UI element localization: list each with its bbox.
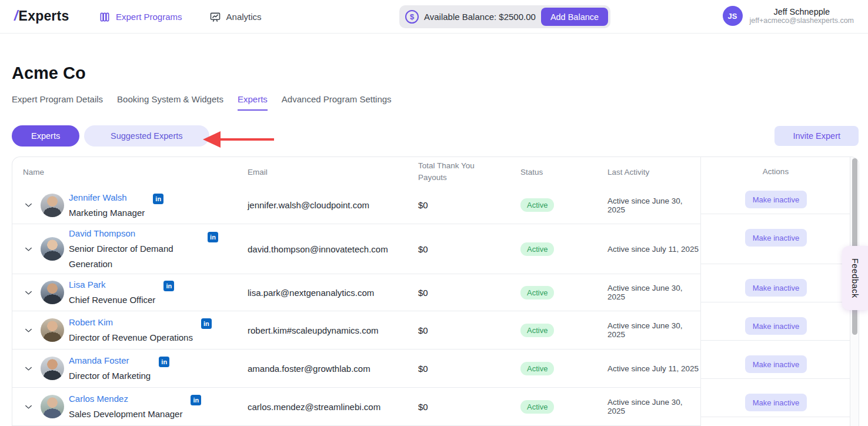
table-row: David Thompson Senior Director of Demand… xyxy=(12,224,700,274)
tab-experts[interactable]: Experts xyxy=(238,94,268,111)
nav-item-expert-programs[interactable]: Expert Programs xyxy=(99,11,182,23)
row-divider xyxy=(701,340,850,341)
suggested-experts-toggle-button[interactable]: Suggested Experts xyxy=(84,125,209,147)
expert-email: david.thompson@innovatetech.com xyxy=(248,244,418,254)
logo-slash: / xyxy=(14,8,18,24)
chevron-down-icon xyxy=(23,199,34,211)
expert-last-activity: Active since June 30, 2025 xyxy=(607,284,700,301)
expand-row-control[interactable] xyxy=(12,401,41,412)
linkedin-icon[interactable]: in xyxy=(191,395,201,405)
make-inactive-button[interactable]: Make inactive xyxy=(745,355,807,373)
linkedin-icon[interactable]: in xyxy=(159,357,169,367)
row-divider xyxy=(701,264,850,264)
experts-table: Name Email Total Thank You Payouts Statu… xyxy=(12,157,700,426)
tab-expert-program-details[interactable]: Expert Program Details xyxy=(12,94,103,111)
expert-last-activity: Active since June 30, 2025 xyxy=(607,398,700,415)
status-cell: Active xyxy=(520,362,607,375)
table-row: Lisa Park Chief Revenue Officer in lisa.… xyxy=(12,274,700,311)
user-menu[interactable]: JS Jeff Schnepple jeff+acmeco@slashexper… xyxy=(723,6,854,26)
expert-title: Marketing Manager xyxy=(69,205,145,221)
status-cell: Active xyxy=(520,286,607,299)
expert-title: Senior Director of Demand Generation xyxy=(69,241,199,272)
status-badge: Active xyxy=(520,286,554,299)
expert-person-cell: Robert Kim Director of Revenue Operation… xyxy=(41,315,248,345)
top-navigation-bar: /Experts Expert Programs xyxy=(0,0,868,34)
expert-person-cell: Lisa Park Chief Revenue Officer in xyxy=(41,277,248,308)
linkedin-icon[interactable]: in xyxy=(153,194,163,204)
column-header-actions: Actions xyxy=(701,167,850,176)
expand-row-control[interactable] xyxy=(12,199,41,211)
tab-advanced-program-settings[interactable]: Advanced Program Settings xyxy=(282,94,392,111)
expert-last-activity: Active since July 11, 2025 xyxy=(607,364,700,373)
experts-toggle-button[interactable]: Experts xyxy=(12,125,79,147)
chevron-down-icon xyxy=(23,401,34,412)
tab-booking-system-widgets[interactable]: Booking System & Widgets xyxy=(117,94,223,111)
expert-email: robert.kim#scaleupdynamics.com xyxy=(248,325,418,335)
expert-title: Director of Revenue Operations xyxy=(69,330,193,345)
row-divider xyxy=(701,378,850,379)
expert-identity: Robert Kim Director of Revenue Operation… xyxy=(69,315,193,345)
expand-row-control[interactable] xyxy=(12,244,41,255)
linkedin-icon[interactable]: in xyxy=(201,318,212,329)
column-header-name: Name xyxy=(23,168,44,177)
expand-row-control[interactable] xyxy=(12,287,41,298)
expert-name-link[interactable]: David Thompson xyxy=(69,226,199,241)
expert-avatar xyxy=(41,395,64,418)
row-divider xyxy=(701,417,850,417)
program-tabs: Expert Program Details Booking System & … xyxy=(12,94,392,111)
expert-payouts: $0 xyxy=(418,402,520,412)
make-inactive-button[interactable]: Make inactive xyxy=(745,279,807,297)
status-cell: Active xyxy=(520,324,607,337)
annotation-arrow xyxy=(203,131,274,148)
expert-person-cell: Amanda Foster Director of Marketing in xyxy=(41,353,248,384)
expert-avatar xyxy=(41,357,64,380)
add-balance-button[interactable]: Add Balance xyxy=(541,8,608,26)
table-row: Carlos Mendez Sales Development Manager … xyxy=(12,388,700,426)
expert-title: Chief Revenue Officer xyxy=(69,292,155,308)
make-inactive-button[interactable]: Make inactive xyxy=(745,229,807,247)
column-header-email: Email xyxy=(248,168,268,177)
expert-name-link[interactable]: Amanda Foster xyxy=(69,353,151,368)
chevron-down-icon xyxy=(23,363,34,374)
row-divider xyxy=(701,214,850,214)
expert-email: lisa.park@nextgenanalytics.com xyxy=(248,288,418,298)
expert-last-activity: Active since June 30, 2025 xyxy=(607,197,700,214)
expert-title: Director of Marketing xyxy=(69,368,151,384)
expert-name-link[interactable]: Lisa Park xyxy=(69,277,155,292)
presentation-chart-icon xyxy=(209,11,221,23)
expert-identity: Jennifer Walsh Marketing Manager xyxy=(69,190,145,221)
experts-app-page: /Experts Expert Programs xyxy=(0,0,868,426)
expert-name-link[interactable]: Carlos Mendez xyxy=(69,391,182,407)
expert-name-link[interactable]: Robert Kim xyxy=(69,315,193,330)
nav-label: Expert Programs xyxy=(116,12,182,22)
slashexperts-logo[interactable]: /Experts xyxy=(14,8,69,24)
expand-row-control[interactable] xyxy=(12,363,41,374)
expert-name-link[interactable]: Jennifer Walsh xyxy=(69,190,145,205)
expert-identity: David Thompson Senior Director of Demand… xyxy=(69,226,199,271)
status-badge: Active xyxy=(520,324,554,337)
linkedin-icon[interactable]: in xyxy=(163,281,174,291)
user-email: jeff+acmeco@slashexperts.com xyxy=(750,16,854,25)
logo-text: Experts xyxy=(19,8,69,24)
nav-item-analytics[interactable]: Analytics xyxy=(209,11,262,23)
expert-identity: Lisa Park Chief Revenue Officer xyxy=(69,277,155,308)
expert-payouts: $0 xyxy=(418,364,520,374)
make-inactive-button[interactable]: Make inactive xyxy=(745,191,807,208)
status-cell: Active xyxy=(520,198,607,212)
table-header-row: Name Email Total Thank You Payouts Statu… xyxy=(12,157,700,187)
make-inactive-button[interactable]: Make inactive xyxy=(745,394,807,411)
expand-row-control[interactable] xyxy=(12,325,41,336)
status-cell: Active xyxy=(520,400,607,414)
table-row: Jennifer Walsh Marketing Manager in jenn… xyxy=(12,187,700,224)
make-inactive-button[interactable]: Make inactive xyxy=(745,317,807,335)
chevron-down-icon xyxy=(23,287,34,298)
user-meta: Jeff Schnepple jeff+acmeco@slashexperts.… xyxy=(750,7,854,25)
expert-payouts: $0 xyxy=(418,325,520,335)
row-divider xyxy=(701,302,850,302)
columns-icon xyxy=(99,11,111,23)
arrow-line xyxy=(218,138,274,141)
linkedin-icon[interactable]: in xyxy=(208,232,218,242)
expert-avatar xyxy=(41,237,64,261)
feedback-tab[interactable]: Feedback xyxy=(842,246,868,310)
invite-expert-button[interactable]: Invite Expert xyxy=(774,126,859,146)
